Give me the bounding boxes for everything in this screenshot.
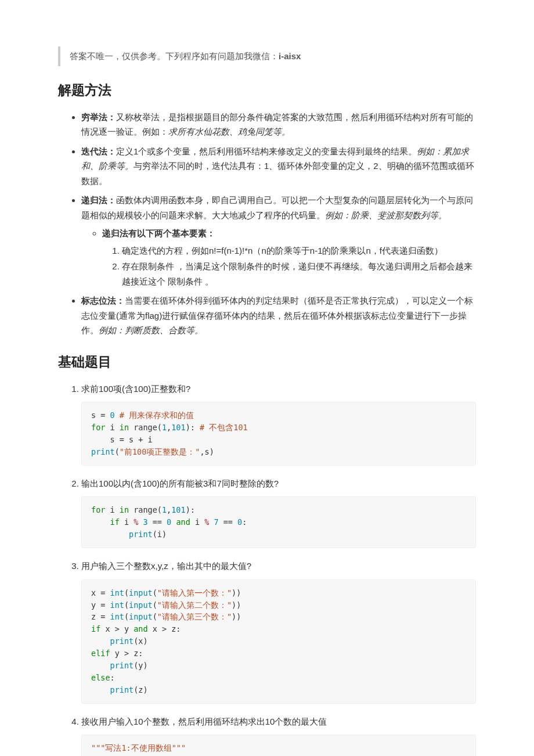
method-exhaustive: 穷举法：又称枚举法，是指根据题目的部分条件确定答案的大致范围，然后利用循环结构对… xyxy=(81,110,476,139)
problem-1: 求前100项(含100)正整数和? s = 0 # 用来保存求和的值 for i… xyxy=(81,381,476,466)
method-name: 递归法： xyxy=(81,195,116,205)
method-name: 迭代法： xyxy=(81,146,116,156)
method-iterative: 迭代法：定义1个或多个变量，然后利用循环结构来修改定义的变量去得到最终的结果。例… xyxy=(81,144,476,189)
method-name: 穷举法： xyxy=(81,112,116,122)
note-block: 答案不唯一，仅供参考。下列程序如有问题加我微信：i-aisx xyxy=(58,46,476,66)
recursive-subtitle: 递归法有以下两个基本要素： xyxy=(102,228,215,238)
note-text: 答案不唯一，仅供参考。下列程序如有问题加我微信： xyxy=(70,51,279,61)
problem-text: 接收用户输入10个整数，然后利用循环结构求出10个数的最大值 xyxy=(81,714,476,729)
method-body2: 与穷举法不同的时，迭代法具有：1、循环体外部变量的定义，2、明确的循环范围或循环… xyxy=(81,161,474,186)
recursive-element: 确定迭代的方程，例如n!=f(n-1)!*n（n的阶乘等于n-1的阶乘乘以n，f… xyxy=(122,243,476,258)
method-name: 标志位法： xyxy=(81,296,125,305)
code-block-3: x = int(input("请输入第一个数：")) y = int(input… xyxy=(81,579,476,704)
section-methods-title: 解题方法 xyxy=(58,79,476,102)
recursive-element: 存在限制条件 ，当满足这个限制条件的时候，递归便不再继续。每次递归调用之后都会越… xyxy=(122,259,476,289)
problem-2: 输出100以内(含100)的所有能被3和7同时整除的数? for i in ra… xyxy=(81,476,476,548)
method-recursive: 递归法：函数体内调用函数本身，即自己调用自己。可以把一个大型复杂的问题层层转化为… xyxy=(81,193,476,289)
methods-list: 穷举法：又称枚举法，是指根据题目的部分条件确定答案的大致范围，然后利用循环结构对… xyxy=(58,110,476,338)
recursive-elements-list: 确定迭代的方程，例如n!=f(n-1)!*n（n的阶乘等于n-1的阶乘乘以n，f… xyxy=(102,243,476,289)
problem-text: 输出100以内(含100)的所有能被3和7同时整除的数? xyxy=(81,476,476,491)
problem-text: 求前100项(含100)正整数和? xyxy=(81,381,476,397)
problem-3: 用户输入三个整数x,y,z，输出其中的最大值? x = int(input("请… xyxy=(81,559,476,704)
section-basic-title: 基础题目 xyxy=(58,351,476,373)
code-block-1: s = 0 # 用来保存求和的值 for i in range(1,101): … xyxy=(81,402,476,466)
code-block-4: """写法1:不使用数组""" xyxy=(81,735,476,756)
method-example: 求所有水仙花数、鸡兔同笼等。 xyxy=(168,127,290,136)
note-handle: i-aisx xyxy=(279,51,301,61)
method-body: 定义1个或多个变量，然后利用循环结构来修改定义的变量去得到最终的结果。 xyxy=(116,146,417,156)
method-example: 例如：判断质数、合数等。 xyxy=(99,325,203,335)
problem-4: 接收用户输入10个整数，然后利用循环结构求出10个数的最大值 """写法1:不使… xyxy=(81,714,476,756)
recursive-subtitle-item: 递归法有以下两个基本要素： 确定迭代的方程，例如n!=f(n-1)!*n（n的阶… xyxy=(102,226,476,289)
code-block-2: for i in range(1,101): if i % 3 == 0 and… xyxy=(81,496,476,548)
problems-list: 求前100项(含100)正整数和? s = 0 # 用来保存求和的值 for i… xyxy=(58,381,476,756)
method-example: 例如：阶乘、斐波那契数列等。 xyxy=(325,210,447,220)
recursive-sublist: 递归法有以下两个基本要素： 确定迭代的方程，例如n!=f(n-1)!*n（n的阶… xyxy=(81,226,476,289)
method-flag: 标志位法：当需要在循环体外得到循环体内的判定结果时（循环是否正常执行完成），可以… xyxy=(81,293,476,338)
problem-text: 用户输入三个整数x,y,z，输出其中的最大值? xyxy=(81,559,476,574)
